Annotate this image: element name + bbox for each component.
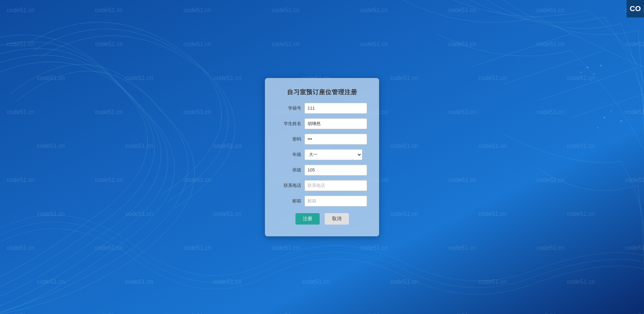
student-name-input[interactable] — [305, 118, 367, 129]
student-id-input[interactable] — [305, 103, 367, 114]
phone-label: 联系电话 — [282, 183, 301, 189]
class-row: 班级 — [282, 165, 362, 175]
password-input[interactable] — [305, 134, 367, 145]
grade-label: 年级 — [282, 152, 301, 158]
phone-input[interactable] — [305, 180, 367, 191]
phone-row: 联系电话 — [282, 180, 362, 191]
student-name-label: 学生姓名 — [282, 121, 301, 127]
email-input[interactable] — [305, 196, 367, 206]
class-label: 班级 — [282, 167, 301, 173]
reset-button[interactable]: 取消 — [325, 213, 349, 225]
register-button[interactable]: 注册 — [295, 213, 320, 225]
student-id-label: 学籍号 — [282, 105, 301, 111]
student-name-row: 学生姓名 — [282, 118, 362, 129]
class-input[interactable] — [305, 165, 367, 175]
email-label: 邮箱 — [282, 198, 301, 204]
password-row: 密码 — [282, 134, 362, 145]
grade-row: 年级 大一 大二 大三 大四 — [282, 149, 362, 160]
form-overlay: 自习室预订座位管理注册 学籍号 学生姓名 密码 年级 大一 大二 大三 大四 — [0, 0, 644, 314]
copyright-badge: CO — [627, 0, 644, 17]
form-title: 自习室预订座位管理注册 — [282, 88, 362, 96]
password-label: 密码 — [282, 136, 301, 142]
student-id-row: 学籍号 — [282, 103, 362, 114]
grade-select[interactable]: 大一 大二 大三 大四 — [305, 149, 362, 160]
registration-form-card: 自习室预订座位管理注册 学籍号 学生姓名 密码 年级 大一 大二 大三 大四 — [265, 78, 379, 236]
copyright-text: CO — [630, 4, 641, 13]
email-row: 邮箱 — [282, 196, 362, 206]
button-row: 注册 取消 — [282, 213, 362, 225]
